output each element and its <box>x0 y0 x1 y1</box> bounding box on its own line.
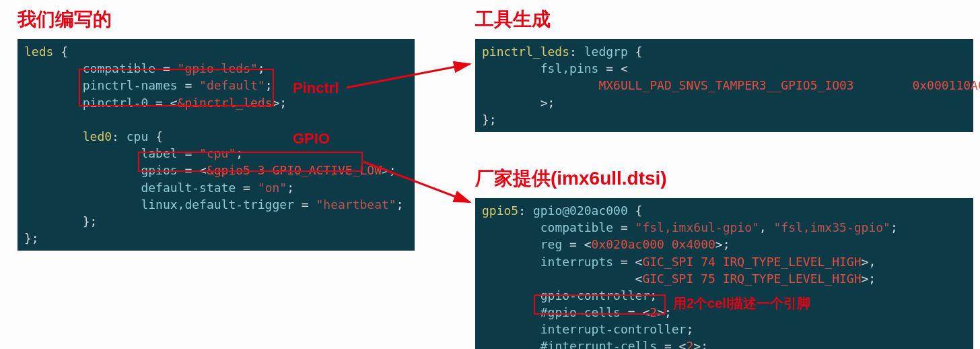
t: default-state <box>141 181 236 195</box>
t: cpu <box>127 129 149 144</box>
t: ; <box>258 61 265 75</box>
t: = < <box>148 96 177 110</box>
t: >, <box>862 255 876 269</box>
t: >; <box>693 339 708 349</box>
t: = < <box>657 339 686 349</box>
t: leds <box>24 44 53 59</box>
label-gpio: GPIO <box>293 130 330 148</box>
t: pinctrl-0 <box>83 96 149 110</box>
t: gpio-controller <box>540 288 650 303</box>
right2-title: 厂家提供(imx6ull.dtsi) <box>475 166 973 191</box>
t: { <box>148 129 163 144</box>
t: "fsl,imx35-gpio" <box>774 220 890 234</box>
t: >; <box>715 237 730 251</box>
t: ; <box>650 288 657 303</box>
t: MX6ULL_PAD_SNVS_TAMPER3__GPIO5_IO03 <box>598 78 853 92</box>
t: : <box>112 129 127 144</box>
t: = <box>236 181 258 195</box>
t: #interrupt-cells <box>540 339 657 349</box>
t: = < <box>621 305 650 319</box>
t: 2 <box>686 339 693 349</box>
t: ; <box>890 220 898 234</box>
t: interrupt-controller <box>540 322 687 336</box>
t: >; <box>273 96 287 110</box>
t: = < <box>598 61 627 75</box>
t: = <box>178 146 200 160</box>
t: 0x000110A0 <box>912 78 980 92</box>
t: reg <box>540 237 563 251</box>
t: < <box>635 272 643 286</box>
t: "heartbeat" <box>316 197 396 212</box>
t: ; <box>265 78 273 92</box>
t: gpio@020ac000 <box>533 203 628 218</box>
t: ledgrp <box>584 44 628 59</box>
t: , <box>759 220 774 234</box>
t: >; <box>657 305 672 319</box>
t: "cpu" <box>199 146 236 160</box>
t: compatible <box>540 220 613 234</box>
t: compatible <box>83 61 155 75</box>
t: }; <box>83 214 98 228</box>
t: >; <box>540 96 555 110</box>
t: fsl,pins <box>540 61 599 75</box>
t: "on" <box>258 181 287 195</box>
t: &pinctrl_leds <box>178 96 273 110</box>
t: { <box>628 203 643 218</box>
t: ; <box>686 322 693 336</box>
t: }; <box>482 113 497 127</box>
t: : <box>569 44 584 59</box>
t: = <box>613 220 635 234</box>
t: = <box>294 197 316 212</box>
t: gpios <box>141 163 177 177</box>
left-title: 我们编写的 <box>18 7 415 32</box>
t: { <box>53 44 68 59</box>
t: }; <box>24 231 39 245</box>
t: ; <box>287 181 294 195</box>
t: linux,default-trigger <box>141 197 294 212</box>
left-column: 我们编写的 leds { compatible = "gpio-leds"; p… <box>18 7 415 251</box>
t: 0x020ac000 0x4000 <box>592 237 715 251</box>
t: gpio5 <box>482 203 518 218</box>
t: label <box>141 146 177 160</box>
t: "default" <box>199 78 265 92</box>
t: = <box>155 61 178 75</box>
t: = < <box>613 255 642 269</box>
label-cells: 用2个cell描述一个引脚 <box>673 294 810 313</box>
t: 2 <box>650 305 657 319</box>
t: GIC_SPI 75 IRQ_TYPE_LEVEL_HIGH <box>642 272 861 286</box>
t: { <box>628 44 643 59</box>
t: ; <box>236 146 243 160</box>
t: #gpio-cells <box>540 305 621 319</box>
t: interrupts <box>540 255 613 269</box>
t: = < <box>178 163 207 177</box>
t: "fsl,imx6ul-gpio" <box>635 220 759 234</box>
t: "gpio-leds" <box>178 61 258 75</box>
t: : <box>518 203 533 218</box>
right1-code: pinctrl_leds: ledgrp { fsl,pins = < MX6U… <box>475 39 973 132</box>
t: &gpio5 3 GPIO_ACTIVE_LOW <box>207 163 382 177</box>
left-code: leds { compatible = "gpio-leds"; pinctrl… <box>18 39 415 251</box>
t: ; <box>396 197 404 212</box>
t: = <box>178 78 200 92</box>
right1-title: 工具生成 <box>475 7 973 32</box>
t: >; <box>382 163 396 177</box>
t: GIC_SPI 74 IRQ_TYPE_LEVEL_HIGH <box>642 255 861 269</box>
t: pinctrl_leds <box>482 44 569 59</box>
t: led0 <box>83 129 112 144</box>
right2-code: gpio5: gpio@020ac000 { compatible = "fsl… <box>475 198 973 349</box>
t: = < <box>562 237 591 251</box>
t: >; <box>862 272 876 286</box>
t: pinctrl-names <box>83 78 178 92</box>
label-pinctrl: Pinctrl <box>293 80 339 97</box>
